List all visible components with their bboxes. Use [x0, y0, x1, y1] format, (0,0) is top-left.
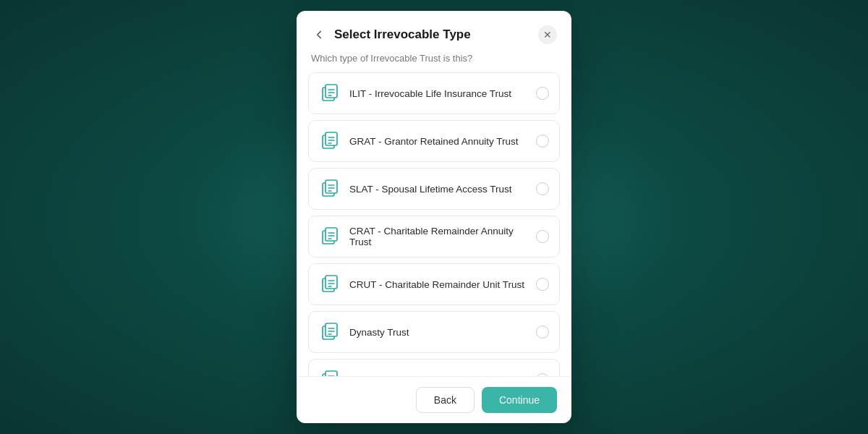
continue-button[interactable]: Continue [482, 387, 557, 413]
modal-footer: Back Continue [297, 376, 571, 423]
radio-slat [536, 182, 549, 195]
back-arrow-button[interactable] [311, 27, 327, 43]
radio-grat [536, 135, 549, 148]
option-item-ilit[interactable]: ILIT - Irrevocable Life Insurance Trust [308, 72, 560, 114]
trust-icon-dynasty [319, 321, 341, 343]
modal-subtitle: Which type of Irrevocable Trust is this? [297, 50, 571, 72]
option-item-grat[interactable]: GRAT - Grantor Retained Annuity Trust [308, 120, 560, 162]
trust-icon-other [319, 369, 341, 376]
option-item-dynasty[interactable]: Dynasty Trust [308, 311, 560, 353]
option-label-grat: GRAT - Grantor Retained Annuity Trust [349, 136, 527, 147]
trust-icon-ilit [319, 82, 341, 104]
option-item-crat[interactable]: CRAT - Charitable Remainder Annuity Trus… [308, 216, 560, 258]
option-item-slat[interactable]: SLAT - Spousal Lifetime Access Trust [308, 168, 560, 210]
option-label-slat: SLAT - Spousal Lifetime Access Trust [349, 184, 527, 195]
radio-crut [536, 278, 549, 291]
trust-icon-grat [319, 130, 341, 152]
svg-rect-31 [326, 371, 337, 376]
option-label-crat: CRAT - Charitable Remainder Annuity Trus… [349, 226, 527, 247]
trust-icon-crat [319, 226, 341, 247]
select-irrevocable-type-modal: Select Irrevocable Type ✕ Which type of … [297, 11, 571, 423]
option-label-crut: CRUT - Charitable Remainder Unit Trust [349, 279, 527, 290]
radio-crat [536, 230, 549, 243]
radio-ilit [536, 87, 549, 100]
radio-dynasty [536, 326, 549, 339]
modal-title: Select Irrevocable Type [334, 27, 531, 42]
option-item-crut[interactable]: CRUT - Charitable Remainder Unit Trust [308, 263, 560, 305]
trust-icon-crut [319, 273, 341, 295]
trust-icon-slat [319, 178, 341, 200]
option-item-other[interactable]: Other [308, 359, 560, 376]
options-list: ILIT - Irrevocable Life Insurance Trust … [297, 72, 571, 376]
close-button[interactable]: ✕ [538, 25, 557, 44]
modal-header: Select Irrevocable Type ✕ [297, 11, 571, 50]
option-label-dynasty: Dynasty Trust [349, 327, 527, 338]
option-label-ilit: ILIT - Irrevocable Life Insurance Trust [349, 88, 527, 99]
back-button[interactable]: Back [416, 387, 475, 413]
